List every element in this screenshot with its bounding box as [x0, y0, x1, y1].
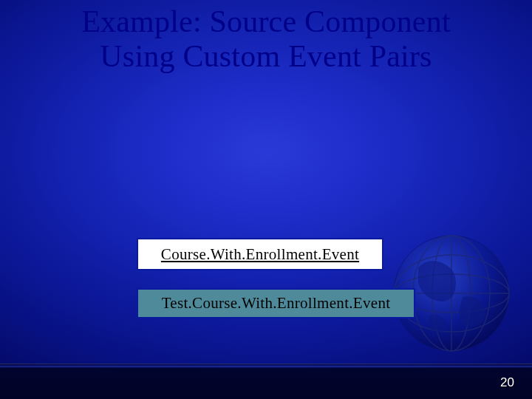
slide-title: Example: Source Component Using Custom E… [0, 4, 532, 74]
course-event-box: Course.With.Enrollment.Event [137, 238, 383, 270]
title-line-1: Example: Source Component [81, 4, 451, 38]
test-course-event-label: Test.Course.With.Enrollment.Event [162, 294, 391, 313]
title-line-2: Using Custom Event Pairs [100, 39, 432, 73]
footer-bar [0, 368, 532, 399]
page-number: 20 [500, 375, 514, 390]
test-course-event-box: Test.Course.With.Enrollment.Event [137, 288, 415, 318]
slide: Example: Source Component Using Custom E… [0, 0, 532, 399]
course-event-label: Course.With.Enrollment.Event [161, 245, 359, 264]
